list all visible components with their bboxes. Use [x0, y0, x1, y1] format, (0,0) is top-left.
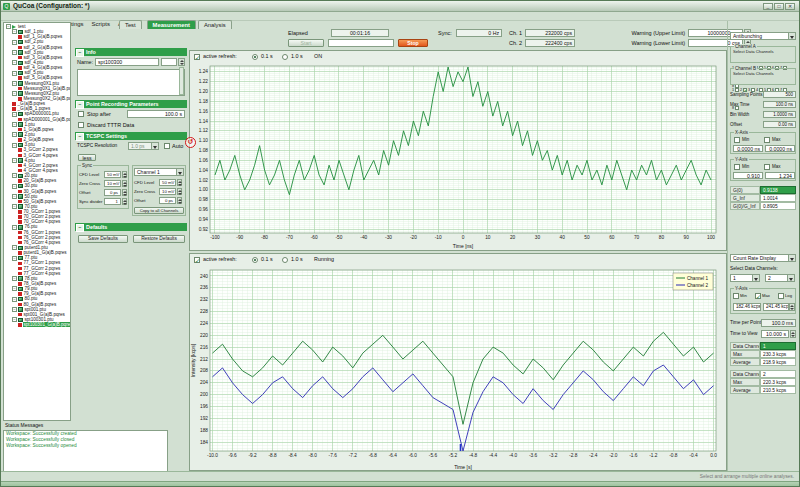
less-toggle-button[interactable]: less [78, 154, 96, 161]
expander-icon[interactable]: − [12, 143, 17, 148]
sync-cfd-level-spinner[interactable] [122, 171, 127, 178]
restore-defaults-button[interactable]: Restore Defaults [133, 235, 185, 243]
x-axis-min-field[interactable]: 0.0000 ns [733, 145, 763, 152]
trace-y-min-checkbox[interactable] [733, 293, 739, 299]
expander-icon[interactable]: − [12, 276, 17, 281]
expander-icon[interactable]: − [12, 297, 17, 302]
sync-zero-cross-spinner[interactable] [122, 180, 127, 187]
bottom-interval-10s-radio[interactable] [282, 257, 288, 263]
antibunching-chart[interactable]: -100-90-80-70-60-50-40-30-20-10010203040… [190, 62, 726, 250]
top-interval-10s-radio[interactable] [282, 54, 288, 60]
expander-icon[interactable]: − [12, 245, 17, 250]
expander-icon[interactable]: − [12, 194, 17, 199]
defaults-section-header[interactable]: Defaults [75, 223, 187, 231]
x-axis-max-field[interactable]: 0.0000 ns [765, 145, 795, 152]
expander-icon[interactable]: − [12, 184, 17, 189]
expander-icon[interactable]: − [12, 317, 17, 322]
name-index-field[interactable] [161, 58, 177, 66]
online-analysis-dropdown[interactable]: Antibunching [730, 32, 796, 40]
expander-icon[interactable]: − [12, 158, 17, 163]
y-axis-min-field[interactable]: 0.910 [733, 172, 763, 179]
expander-icon[interactable]: − [12, 173, 17, 178]
channel-selector-dropdown[interactable]: Channel 1 [134, 168, 184, 176]
expander-icon[interactable]: − [12, 112, 17, 117]
channel-zero-cross-field[interactable]: 10 mV [159, 188, 176, 195]
expander-icon[interactable]: − [12, 204, 17, 209]
timetrace-chart[interactable]: -10.0-9.6-9.2-8.8-8.4-8.0-7.6-7.2-6.8-6.… [190, 265, 726, 471]
sync-sync-divider-spinner[interactable] [122, 198, 127, 205]
expander-icon[interactable]: − [12, 40, 17, 45]
sync-offset-field[interactable]: 0 ps [104, 189, 121, 196]
trace-y-min-field[interactable]: 182.46 kcps [733, 303, 761, 311]
tab-analysis[interactable]: Analysis [198, 20, 232, 29]
start-button[interactable]: Start [288, 39, 324, 47]
bottom-active-refresh-checkbox[interactable] [194, 257, 200, 263]
name-index-spinner[interactable] [178, 58, 185, 66]
time-to-view-spinner[interactable] [790, 330, 796, 338]
expander-icon[interactable]: − [12, 132, 17, 137]
chart-marker-icon[interactable]: ↺ [185, 137, 196, 148]
sync-cfd-level-field[interactable]: 50 mV [104, 171, 121, 178]
title-bar[interactable]: Q QuCoa (Configuration: *) _ □ ✕ [1, 1, 799, 12]
recording-section-header[interactable]: Point Recording Parameters [75, 100, 187, 108]
save-defaults-button[interactable]: Save Defaults [78, 235, 128, 243]
info-section-header[interactable]: Info [75, 48, 187, 56]
trace-y-max-field[interactable]: 241.45 kcps [763, 303, 789, 311]
measurement-name-field[interactable] [328, 39, 394, 47]
trace-channel1-dropdown[interactable]: 1 [730, 274, 760, 282]
tcspc-section-header[interactable]: TCSPC Settings [75, 132, 187, 140]
display-mode-dropdown[interactable]: Count Rate Display [730, 254, 796, 262]
expander-icon[interactable]: − [12, 81, 17, 86]
expander-icon[interactable]: − [12, 71, 17, 76]
panel-divider[interactable] [727, 21, 728, 471]
top-interval-01s-radio[interactable] [252, 54, 258, 60]
y-axis-max-checkbox[interactable] [764, 164, 770, 170]
workspace-file-tree[interactable]: −test−sdf_1.ptusdf_1_G(a)B.pqres−sdf_2.p… [3, 22, 71, 421]
trace-channel2-dropdown[interactable]: 2 [765, 274, 795, 282]
comment-scrollbar[interactable] [179, 67, 184, 95]
expander-icon[interactable]: − [12, 50, 17, 55]
stop-button[interactable]: Stop [398, 39, 428, 47]
trace-y-max-spinner[interactable] [789, 303, 795, 311]
x-axis-min-checkbox[interactable] [734, 137, 740, 143]
comment-textarea[interactable] [77, 69, 185, 96]
close-button[interactable]: ✕ [785, 3, 795, 10]
expander-icon[interactable]: − [12, 256, 17, 261]
expander-icon[interactable]: − [12, 122, 17, 127]
sync-zero-cross-field[interactable]: 10 mV [104, 180, 121, 187]
sync-offset-spinner[interactable] [122, 189, 127, 196]
expander-icon[interactable]: − [6, 24, 11, 29]
top-active-refresh-checkbox[interactable] [194, 54, 200, 60]
channel-offset-spinner[interactable] [177, 197, 182, 204]
channel-offset-field[interactable]: 0 ps [159, 197, 176, 204]
stop-after-checkbox[interactable] [78, 111, 84, 117]
channel-cfd-level-field[interactable]: 50 mV [159, 179, 176, 186]
expander-icon[interactable]: − [12, 60, 17, 65]
expander-icon[interactable]: − [12, 307, 17, 312]
menu-item-scripts[interactable]: Scripts [88, 20, 114, 28]
expander-icon[interactable]: − [12, 286, 17, 291]
tcspc-resolution-dropdown[interactable]: 1.0 ps [128, 142, 159, 150]
expander-icon[interactable]: − [12, 29, 17, 34]
tab-test[interactable]: Test [119, 20, 142, 29]
trace-y-max-checkbox[interactable] [755, 293, 761, 299]
sync-sync-divider-field[interactable]: 1 [104, 198, 121, 205]
x-axis-max-checkbox[interactable] [764, 137, 770, 143]
y-axis-max-field[interactable]: 1.234 [765, 172, 795, 179]
name-input[interactable]: spt100300 [95, 58, 159, 66]
minimize-button[interactable]: _ [763, 3, 773, 10]
time-to-view-field[interactable]: 10.000 s [761, 330, 789, 338]
copy-to-all-channels-button[interactable]: Copy to all Channels [134, 207, 184, 214]
maximize-button[interactable]: □ [774, 3, 784, 10]
bottom-interval-01s-radio[interactable] [252, 257, 258, 263]
stop-after-field[interactable]: 100.0 s [127, 110, 185, 118]
tree-item[interactable]: spt100301_G(a)B.pqres [4, 322, 70, 327]
discard-tttr-checkbox[interactable] [78, 122, 84, 128]
expander-icon[interactable]: − [12, 91, 17, 96]
channel-cfd-level-spinner[interactable] [177, 179, 182, 186]
trace-y-log-checkbox[interactable] [778, 293, 784, 299]
tab-measurement[interactable]: Measurement [147, 20, 196, 29]
channel-zero-cross-spinner[interactable] [177, 188, 182, 195]
expander-icon[interactable]: − [12, 225, 17, 230]
y-axis-min-checkbox[interactable] [734, 164, 740, 170]
